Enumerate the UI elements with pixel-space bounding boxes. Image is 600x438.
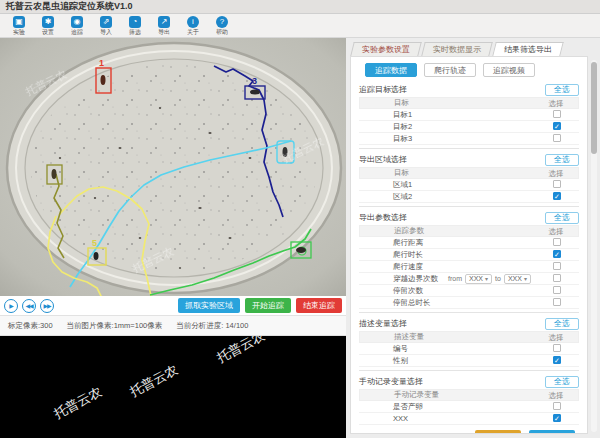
export-button[interactable]: ↥ 导出	[529, 430, 575, 434]
select-all-button[interactable]: 全选	[545, 376, 579, 388]
row-label: 区域1	[359, 180, 535, 190]
checkbox[interactable]	[553, 180, 561, 188]
section-title: 描述变量选择	[359, 318, 407, 329]
petri-dish-view: 1 3 5 托普云农 托普云农 托普云农	[0, 38, 346, 296]
toolbar-button-filter[interactable]: ◔ 筛选	[122, 16, 148, 36]
to-label: to	[495, 275, 501, 282]
table-row: 穿越边界次数 from XXX▾ to XXX▾	[359, 273, 579, 285]
step-back-button[interactable]: ◀◀	[22, 299, 36, 313]
panel-scrollbar[interactable]	[591, 60, 597, 432]
row-label: 区域2	[359, 192, 535, 202]
checkbox[interactable]: ✓	[553, 414, 561, 422]
table-row: 停留总时长	[359, 297, 579, 309]
view-tracking-data-button[interactable]: 追踪数据	[365, 63, 417, 77]
boundary-range-controls: from XXX▾ to XXX▾	[448, 274, 531, 284]
scrollbar-thumb[interactable]	[591, 62, 597, 154]
panel-actions: ▤ 预览 ↥ 导出	[359, 430, 579, 434]
table-row: 性别 ✓	[359, 355, 579, 367]
image-scale: 当前图片像素:1mm=100像素	[67, 321, 163, 331]
select-all-button[interactable]: 全选	[545, 318, 579, 330]
from-label: from	[448, 275, 462, 282]
checkbox[interactable]	[553, 402, 561, 410]
chevron-down-icon: ▾	[485, 275, 488, 282]
checkbox[interactable]	[553, 344, 561, 352]
table-row: 爬行速度	[359, 261, 579, 273]
tab-experiment-params[interactable]: 实验参数设置	[350, 42, 421, 56]
select-all-button[interactable]: 全选	[545, 84, 579, 96]
checkbox[interactable]: ✓	[553, 192, 561, 200]
select-all-button[interactable]: 全选	[545, 154, 579, 166]
toolbar-label: 设置	[42, 28, 54, 35]
help-icon: ?	[216, 16, 228, 28]
toolbar-button-export[interactable]: ↗ 导出	[151, 16, 177, 36]
table-row: 目标3	[359, 133, 579, 145]
settings-icon: ✱	[42, 16, 54, 28]
experiment-icon: ▣	[13, 16, 25, 28]
start-tracking-button[interactable]: 开始追踪	[245, 298, 291, 313]
checkbox[interactable]	[553, 238, 561, 246]
video-canvas[interactable]: 1 3 5 托普云农 托普云农 托普云农	[0, 38, 346, 296]
toolbar-label: 关于	[187, 28, 199, 35]
from-select[interactable]: XXX▾	[465, 274, 492, 284]
preview-button[interactable]: ▤ 预览	[475, 430, 522, 434]
table-header: 手动记录变量 选择	[359, 389, 579, 401]
checkbox[interactable]: ✓	[553, 122, 561, 130]
table-row: 编号	[359, 343, 579, 355]
toolbar-button-import[interactable]: ⇗ 导入	[93, 16, 119, 36]
checkbox[interactable]	[553, 134, 561, 142]
status-bar: 标定像素:300 当前图片像素:1mm=100像素 当前分析进度: 14/100	[0, 316, 346, 336]
row-label: 性别	[359, 356, 535, 366]
view-tracking-video-button[interactable]: 追踪视频	[483, 63, 535, 77]
checkbox[interactable]: ✓	[553, 250, 561, 258]
step-forward-button[interactable]: ▶▶	[40, 299, 54, 313]
toolbar-button-settings[interactable]: ✱ 设置	[35, 16, 61, 36]
row-label: 目标2	[359, 122, 535, 132]
step-back-icon: ◀◀	[25, 302, 32, 309]
section-title: 手动记录变量选择	[359, 376, 423, 387]
row-label: 是否产卵	[359, 402, 535, 412]
toolbar-button-experiment[interactable]: ▣ 实验	[6, 16, 32, 36]
section-export-region: 导出区域选择 全选 目标 选择 区域1 区域2 ✓	[359, 148, 579, 203]
checkbox[interactable]	[553, 262, 561, 270]
checkbox[interactable]	[553, 298, 561, 306]
progress-value: 14/100	[225, 321, 248, 330]
toolbar-label: 实验	[13, 28, 25, 35]
section-title: 导出参数选择	[359, 212, 407, 223]
play-button[interactable]: ▶	[4, 299, 18, 313]
select-all-button[interactable]: 全选	[545, 212, 579, 224]
panel-tabs: 实验参数设置 实时数据显示 结果筛选导出	[352, 42, 600, 56]
step-forward-icon: ▶▶	[43, 302, 50, 309]
row-label: 爬行速度	[359, 262, 535, 272]
row-label: 爬行时长	[359, 250, 535, 260]
toolbar-button-help[interactable]: ? 帮助	[209, 16, 235, 36]
to-select[interactable]: XXX▾	[504, 274, 531, 284]
tab-result-export[interactable]: 结果筛选导出	[492, 42, 563, 56]
marker-label-1: 1	[99, 58, 104, 68]
stop-tracking-button[interactable]: 结束追踪	[296, 298, 342, 313]
row-label: 编号	[359, 344, 535, 354]
playback-controls: ▶ ◀◀ ▶▶ 抓取实验区域 开始追踪 结束追踪	[0, 296, 346, 316]
checkbox[interactable]	[553, 274, 561, 282]
table-row: 区域2 ✓	[359, 191, 579, 203]
window-title: 托普云农昆虫追踪定位系统V1.0	[0, 0, 600, 14]
capture-region-button[interactable]: 抓取实验区域	[178, 298, 240, 313]
tab-realtime-data[interactable]: 实时数据显示	[421, 42, 492, 56]
toolbar-label: 导出	[158, 28, 170, 35]
table-row: 爬行时长 ✓	[359, 249, 579, 261]
view-switcher: 追踪数据 爬行轨迹 追踪视频	[365, 63, 579, 77]
preview-icon: ▤	[485, 434, 493, 435]
marker-label-5: 5	[92, 238, 97, 248]
toolbar-button-about[interactable]: i 关于	[180, 16, 206, 36]
right-panel: 托普云农 托普云农 托普云农 实验参数设置 实时数据显示 结果筛选导出 追踪数据…	[346, 38, 600, 438]
toolbar-button-tracking[interactable]: ◉ 追踪	[64, 16, 90, 36]
upload-icon: ↥	[539, 434, 546, 435]
checkbox[interactable]	[553, 110, 561, 118]
row-label: 目标1	[359, 110, 535, 120]
checkbox[interactable]: ✓	[553, 356, 561, 364]
marker-label-3: 3	[252, 76, 257, 86]
play-icon: ▶	[9, 302, 13, 309]
checkbox[interactable]	[553, 286, 561, 294]
result-export-panel: 追踪数据 爬行轨迹 追踪视频 追踪目标选择 全选 目标 选择 目标1	[350, 56, 588, 434]
section-title: 追踪目标选择	[359, 84, 407, 95]
view-crawl-trajectory-button[interactable]: 爬行轨迹	[424, 63, 476, 77]
